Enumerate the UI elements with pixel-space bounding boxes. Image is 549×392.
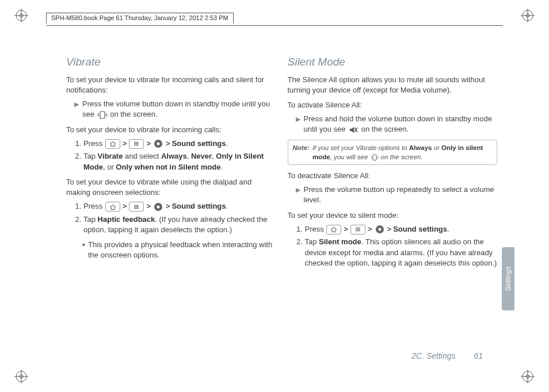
text: Press — [305, 225, 326, 233]
paragraph: To set your device to vibrate for incomi… — [66, 125, 276, 135]
note-label: Note: — [293, 143, 310, 162]
vibrate-icon — [97, 110, 108, 120]
text: on the screen. — [379, 153, 423, 160]
paragraph: To set your device to silent mode: — [288, 210, 498, 221]
separator: > — [146, 202, 151, 210]
svg-rect-16 — [100, 112, 105, 118]
bullet-text: Press the volume button up repeatedly to… — [304, 185, 498, 205]
triangle-bullet-icon: ▶ — [296, 114, 304, 135]
crop-mark-tr — [521, 9, 535, 22]
crop-mark-br — [521, 370, 535, 383]
text: Press — [83, 139, 105, 148]
menu-path: Sound settings — [393, 225, 447, 233]
crop-mark-bl — [14, 370, 28, 383]
paragraph: The Silence All option allows you to mut… — [288, 75, 498, 95]
option: Never — [191, 152, 212, 160]
list-item: Tap Tap Silent mode. This option silence… — [305, 237, 498, 268]
menu-path: Sound settings — [172, 139, 226, 148]
ordered-list: Press >>>Sound settings. Tap Haptic feed… — [83, 201, 276, 235]
heading-silent-mode: Silent Mode — [288, 55, 498, 70]
page-footer: 2C. Settings 61 — [411, 351, 483, 360]
square-bullet-icon: ■ — [82, 240, 88, 260]
menu-key-icon — [129, 139, 144, 149]
svg-point-34 — [378, 228, 381, 231]
separator: > — [166, 139, 170, 148]
text: or — [432, 144, 441, 151]
column-right: Silent Mode The Silence All option allow… — [288, 55, 498, 340]
vibrate-icon — [371, 153, 379, 162]
text: , you will see — [330, 153, 370, 160]
list-item: Press >>>Sound settings. — [83, 139, 276, 149]
option: Silent mode — [319, 237, 361, 246]
settings-gear-icon — [375, 224, 385, 235]
page-number: 61 — [474, 351, 483, 360]
option: Vibrate — [98, 152, 123, 160]
heading-vibrate: Vibrate — [66, 55, 276, 70]
sub-bullet: ■ This provides a physical feedback when… — [82, 240, 276, 260]
home-key-icon — [105, 202, 120, 212]
list-item: Tap Vibrate and select Always, Never, On… — [83, 151, 276, 172]
paragraph: To deactivate Silence All: — [288, 171, 498, 181]
separator: > — [344, 225, 348, 233]
separator: > — [368, 225, 372, 233]
separator: > — [123, 139, 127, 148]
page-header: SPH-M580.book Page 61 Thursday, January … — [46, 13, 234, 24]
text: Press — [83, 202, 105, 210]
text: , or — [103, 163, 116, 171]
triangle-bullet-icon: ▶ — [74, 99, 82, 120]
list-item: ▶ Press the volume button down in standb… — [74, 99, 276, 120]
list-item: ▶ Press the volume button up repeatedly … — [296, 185, 498, 205]
bullet-text: Press the volume button down in standby … — [82, 99, 276, 120]
side-tab: Settings — [502, 247, 514, 310]
list-item: Press >>>Sound settings. — [83, 201, 276, 212]
option: Only when not in Silent mode — [116, 163, 220, 171]
side-tab-label: Settings — [504, 266, 512, 291]
page-content: Vibrate To set your device to vibrate fo… — [66, 55, 497, 340]
svg-point-26 — [157, 205, 160, 208]
text: Tap — [83, 152, 98, 160]
list-item: Tap Haptic feedback. (If you have alread… — [83, 214, 276, 235]
svg-point-21 — [157, 143, 160, 145]
note-text: If you set your Vibrate options to Alway… — [312, 143, 492, 162]
footer-section: 2C. Settings — [411, 351, 455, 360]
text: on the screen. — [108, 110, 158, 118]
mute-icon — [348, 125, 359, 135]
svg-rect-29 — [372, 155, 376, 160]
settings-gear-icon — [153, 139, 163, 149]
settings-gear-icon — [153, 202, 163, 212]
bullet-text: Press and hold the volume button down in… — [304, 114, 498, 135]
paragraph: To activate Silence All: — [288, 100, 498, 110]
option: Always — [409, 144, 432, 151]
paragraph: To set your device to vibrate while usin… — [66, 177, 276, 198]
paragraph: To set your device to vibrate for incomi… — [66, 75, 276, 95]
text: on the screen. — [359, 125, 409, 133]
separator: > — [387, 225, 392, 233]
separator: > — [166, 202, 170, 210]
list-item: Press >>>Sound settings. — [305, 224, 498, 235]
separator: > — [146, 139, 151, 148]
home-key-icon — [326, 225, 341, 235]
menu-path: Sound settings — [172, 202, 226, 210]
crop-line — [46, 25, 503, 26]
text: and select — [123, 152, 161, 160]
option: Always — [161, 152, 187, 160]
text: If you set your Vibrate options to — [312, 144, 409, 151]
separator: > — [123, 202, 127, 210]
text: This provides a physical feedback when i… — [88, 240, 276, 260]
crop-mark-tl — [14, 9, 28, 22]
option: Haptic feedback — [98, 215, 155, 224]
menu-key-icon — [129, 202, 144, 212]
list-item: ▶ Press and hold the volume button down … — [296, 114, 498, 135]
ordered-list: Press >>>Sound settings. Tap Tap Silent … — [305, 224, 498, 268]
column-left: Vibrate To set your device to vibrate fo… — [66, 55, 276, 340]
home-key-icon — [105, 139, 120, 149]
text: Tap — [305, 237, 319, 246]
text: Tap — [83, 215, 98, 224]
menu-key-icon — [350, 225, 365, 235]
note-box: Note: If you set your Vibrate options to… — [288, 140, 498, 165]
ordered-list: Press >>>Sound settings. Tap Vibrate and… — [83, 139, 276, 172]
triangle-bullet-icon: ▶ — [296, 185, 304, 205]
